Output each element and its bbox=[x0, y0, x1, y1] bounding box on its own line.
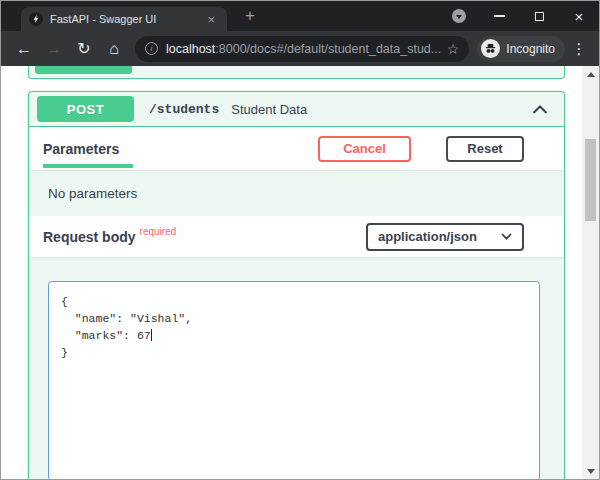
json-line: "name": "Vishal", bbox=[61, 310, 527, 327]
request-body-area: { "name": "Vishal", "marks": 67 } bbox=[29, 257, 564, 479]
browser-tab[interactable]: FastAPI - Swagger UI × bbox=[21, 7, 227, 31]
tab-title: FastAPI - Swagger UI bbox=[50, 13, 203, 25]
fastapi-favicon-icon bbox=[29, 12, 43, 26]
cancel-button[interactable]: Cancel bbox=[318, 136, 411, 162]
browser-titlebar: FastAPI - Swagger UI × + × bbox=[1, 1, 599, 31]
parameters-title: Parameters bbox=[43, 130, 133, 168]
bookmark-star-icon[interactable]: ☆ bbox=[441, 41, 460, 57]
required-label: required bbox=[140, 226, 177, 237]
home-button[interactable]: ⌂ bbox=[101, 40, 127, 58]
endpoint-summary: Student Data bbox=[231, 102, 307, 117]
incognito-spy-icon bbox=[481, 39, 500, 58]
scroll-up-arrow-icon[interactable] bbox=[582, 66, 599, 82]
site-info-icon[interactable]: i bbox=[145, 42, 158, 55]
parameters-section-header: Parameters Cancel Reset bbox=[29, 127, 564, 170]
incognito-label: Incognito bbox=[506, 42, 555, 56]
minimize-button[interactable] bbox=[479, 1, 519, 31]
back-button[interactable]: ← bbox=[11, 40, 37, 58]
minimize-icon bbox=[494, 15, 505, 17]
endpoint-path: /students bbox=[149, 102, 219, 117]
scroll-down-arrow-icon[interactable] bbox=[582, 463, 599, 479]
json-line: { bbox=[61, 293, 527, 310]
previous-opblock-partial[interactable] bbox=[28, 66, 565, 79]
opblock-header[interactable]: POST /students Student Data bbox=[29, 92, 564, 127]
reset-button[interactable]: Reset bbox=[446, 136, 524, 162]
browser-toolbar: ← → ↻ ⌂ i localhost:8000/docs#/default/s… bbox=[1, 31, 599, 66]
browser-window: FastAPI - Swagger UI × + × ← → ↻ ⌂ i loc… bbox=[0, 0, 600, 480]
address-bar[interactable]: i localhost:8000/docs#/default/student_d… bbox=[135, 36, 469, 62]
forward-button[interactable]: → bbox=[41, 40, 67, 58]
json-line: "marks": 67 bbox=[61, 327, 527, 344]
opblock-post-students: POST /students Student Data Parameters C… bbox=[28, 91, 565, 479]
content-type-value: application/json bbox=[378, 229, 501, 244]
previous-method-badge bbox=[35, 66, 132, 74]
collapse-chevron-icon[interactable] bbox=[532, 105, 548, 114]
request-body-section-header: Request body required application/json bbox=[29, 216, 564, 257]
refresh-button[interactable]: ↻ bbox=[71, 39, 97, 58]
method-badge: POST bbox=[37, 96, 134, 122]
content-type-select[interactable]: application/json bbox=[366, 223, 524, 251]
request-body-title: Request body bbox=[43, 229, 136, 245]
request-body-editor[interactable]: { "name": "Vishal", "marks": 67 } bbox=[48, 281, 540, 479]
url-text: localhost:8000/docs#/default/student_dat… bbox=[166, 42, 441, 56]
close-button[interactable]: × bbox=[559, 1, 599, 31]
maximize-icon bbox=[535, 12, 544, 21]
no-parameters-message: No parameters bbox=[29, 170, 564, 216]
scrollbar-thumb[interactable] bbox=[585, 139, 596, 221]
url-path: :8000/docs#/default/student_data_stud... bbox=[215, 42, 440, 56]
browser-menu-button[interactable]: ⋮ bbox=[569, 40, 589, 58]
tab-close-icon[interactable]: × bbox=[203, 11, 219, 28]
json-line: } bbox=[61, 344, 527, 361]
tab-search-button[interactable] bbox=[439, 1, 479, 31]
swagger-page: POST /students Student Data Parameters C… bbox=[1, 66, 599, 479]
page-scrollbar[interactable] bbox=[582, 66, 599, 479]
maximize-button[interactable] bbox=[519, 1, 559, 31]
text-cursor bbox=[151, 329, 152, 341]
new-tab-button[interactable]: + bbox=[239, 5, 261, 27]
chevron-down-icon bbox=[501, 233, 512, 240]
close-icon: × bbox=[575, 9, 584, 24]
incognito-badge: Incognito bbox=[477, 36, 565, 62]
tab-search-icon bbox=[452, 9, 466, 23]
url-host: localhost bbox=[166, 42, 215, 56]
